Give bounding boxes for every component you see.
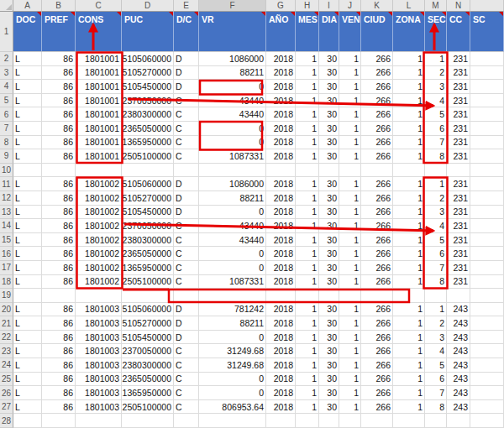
cell-O25[interactable]	[470, 373, 504, 387]
cell-I27[interactable]: 30	[319, 400, 339, 415]
cell-C16[interactable]: 1801002	[76, 247, 122, 261]
cell-G14[interactable]: 2018	[266, 219, 296, 233]
cell-L14[interactable]: 1	[393, 219, 425, 233]
cell-C21[interactable]: 1801003	[76, 316, 122, 331]
cell-B9[interactable]: 86	[42, 149, 76, 164]
cell-K25[interactable]: 266	[361, 373, 393, 387]
cell-J7[interactable]: 1	[339, 122, 361, 136]
cell-N6[interactable]: 231	[447, 107, 470, 122]
cell-M27[interactable]: 8	[425, 400, 447, 415]
header-cell-d-c[interactable]: D/C	[174, 12, 199, 52]
header-cell-ven[interactable]: VEN	[339, 12, 361, 52]
cell-B13[interactable]: 86	[42, 206, 76, 220]
cell-I28[interactable]	[319, 414, 339, 428]
cell-M19[interactable]	[425, 289, 447, 303]
cell-J16[interactable]: 1	[339, 247, 361, 261]
header-cell-mes[interactable]: MES	[296, 12, 319, 52]
cell-A3[interactable]: L	[13, 66, 42, 81]
cell-B15[interactable]: 86	[42, 233, 76, 248]
cell-M26[interactable]: 7	[425, 386, 447, 400]
cell-G12[interactable]: 2018	[266, 191, 296, 206]
cell-D16[interactable]: 2365050000	[122, 247, 174, 261]
cell-C6[interactable]: 1801001	[76, 107, 122, 122]
cell-K16[interactable]: 266	[361, 247, 393, 261]
cell-C9[interactable]: 1801001	[76, 149, 122, 164]
cell-M21[interactable]: 2	[425, 316, 447, 331]
cell-B2[interactable]: 86	[42, 52, 76, 66]
cell-G2[interactable]: 2018	[266, 52, 296, 66]
cell-J23[interactable]: 1	[339, 344, 361, 358]
row-header-1[interactable]: 1	[0, 12, 13, 52]
cell-B12[interactable]: 86	[42, 191, 76, 206]
cell-J22[interactable]: 1	[339, 331, 361, 345]
cell-G26[interactable]: 2018	[266, 386, 296, 400]
cell-O16[interactable]	[470, 247, 504, 261]
cell-K12[interactable]: 266	[361, 191, 393, 206]
cell-I15[interactable]: 30	[319, 233, 339, 248]
cell-K15[interactable]: 266	[361, 233, 393, 248]
cell-A10[interactable]	[13, 164, 42, 178]
cell-G22[interactable]: 2018	[266, 331, 296, 345]
cell-H26[interactable]: 1	[296, 386, 319, 400]
cell-J10[interactable]	[339, 164, 361, 178]
cell-A18[interactable]: L	[13, 275, 42, 290]
cell-M14[interactable]: 4	[425, 219, 447, 233]
cell-C20[interactable]: 1801003	[76, 303, 122, 317]
cell-D18[interactable]: 2505100000	[122, 275, 174, 290]
cell-N24[interactable]: 243	[447, 358, 470, 373]
cell-B28[interactable]	[42, 414, 76, 428]
cell-D6[interactable]: 2380300000	[122, 107, 174, 122]
cell-F2[interactable]: 1086000	[199, 52, 266, 66]
cell-H20[interactable]: 1	[296, 303, 319, 317]
cell-D7[interactable]: 2365050000	[122, 122, 174, 136]
cell-K5[interactable]: 266	[361, 94, 393, 108]
column-header-H[interactable]: H	[296, 0, 319, 12]
cell-L2[interactable]: 1	[393, 52, 425, 66]
row-header-6[interactable]: 6	[0, 107, 13, 122]
header-cell-a-o[interactable]: AÑO	[266, 12, 296, 52]
cell-I11[interactable]: 30	[319, 177, 339, 191]
cell-H12[interactable]: 1	[296, 191, 319, 206]
cell-F12[interactable]: 88211	[199, 191, 266, 206]
cell-K21[interactable]: 266	[361, 316, 393, 331]
cell-L10[interactable]	[393, 164, 425, 178]
cell-F23[interactable]: 31249.68	[199, 344, 266, 358]
cell-E19[interactable]	[174, 289, 199, 303]
cell-B27[interactable]: 86	[42, 400, 76, 415]
row-header-20[interactable]: 20	[0, 303, 13, 317]
cell-E15[interactable]: C	[174, 233, 199, 248]
cell-O7[interactable]	[470, 122, 504, 136]
cell-D26[interactable]: 1365950000	[122, 386, 174, 400]
cell-N26[interactable]: 243	[447, 386, 470, 400]
row-header-5[interactable]: 5	[0, 94, 13, 108]
cell-J4[interactable]: 1	[339, 80, 361, 94]
cell-K19[interactable]	[361, 289, 393, 303]
cell-O13[interactable]	[470, 206, 504, 220]
cell-F11[interactable]: 1086000	[199, 177, 266, 191]
cell-F14[interactable]: 43440	[199, 219, 266, 233]
cell-N8[interactable]: 231	[447, 136, 470, 150]
cell-D13[interactable]: 5105450000	[122, 206, 174, 220]
cell-G4[interactable]: 2018	[266, 80, 296, 94]
cell-A4[interactable]: L	[13, 80, 42, 94]
cell-N27[interactable]: 243	[447, 400, 470, 415]
cell-O18[interactable]	[470, 275, 504, 290]
cell-G8[interactable]: 2018	[266, 136, 296, 150]
cell-L9[interactable]: 1	[393, 149, 425, 164]
cell-O15[interactable]	[470, 233, 504, 248]
cell-K27[interactable]: 266	[361, 400, 393, 415]
cell-M3[interactable]: 2	[425, 66, 447, 81]
cell-C27[interactable]: 1801003	[76, 400, 122, 415]
cell-B4[interactable]: 86	[42, 80, 76, 94]
cell-A15[interactable]: L	[13, 233, 42, 248]
cell-O28[interactable]	[470, 414, 504, 428]
column-header-partial[interactable]	[470, 0, 504, 12]
cell-M20[interactable]: 1	[425, 303, 447, 317]
cell-F25[interactable]: 0	[199, 373, 266, 387]
row-header-28[interactable]: 28	[0, 414, 13, 428]
row-header-2[interactable]: 2	[0, 52, 13, 66]
cell-N5[interactable]: 231	[447, 94, 470, 108]
cell-E5[interactable]: C	[174, 94, 199, 108]
cell-I3[interactable]: 30	[319, 66, 339, 81]
cell-G15[interactable]: 2018	[266, 233, 296, 248]
